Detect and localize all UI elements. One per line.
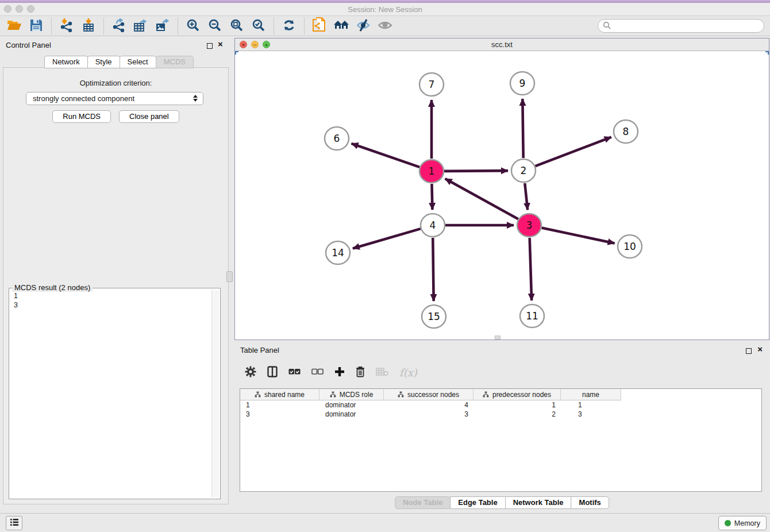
- function-builder-button[interactable]: f(x): [399, 367, 417, 379]
- save-session-button[interactable]: [25, 17, 47, 35]
- cell-name[interactable]: 1: [561, 400, 621, 410]
- float-panel-icon[interactable]: [207, 42, 213, 51]
- edge-1-6[interactable]: [352, 144, 420, 167]
- node-11[interactable]: 11: [520, 304, 544, 327]
- network-canvas[interactable]: 7968124314101511: [235, 51, 769, 340]
- node-2[interactable]: 2: [511, 159, 536, 182]
- show-columns-button[interactable]: [267, 366, 278, 379]
- delete-table-button[interactable]: [376, 367, 388, 378]
- mcds-result-list[interactable]: 1 3: [10, 290, 211, 498]
- apply-layout-button[interactable]: [278, 17, 300, 35]
- column-type-icon: [255, 391, 261, 398]
- cell-predecessor-nodes[interactable]: 2: [473, 410, 561, 419]
- tab-select[interactable]: Select: [120, 56, 156, 68]
- cell-successor-nodes[interactable]: 3: [384, 410, 473, 419]
- edge-2-9[interactable]: [522, 99, 523, 158]
- search-box[interactable]: [598, 19, 764, 33]
- edge-3-11[interactable]: [530, 238, 532, 300]
- column-header-predecessor-nodes[interactable]: predecessor nodes: [473, 389, 561, 400]
- zoom-in-button[interactable]: [182, 17, 204, 35]
- task-history-button[interactable]: [6, 516, 22, 530]
- node-8[interactable]: 8: [614, 120, 638, 143]
- zoom-out-button[interactable]: [204, 17, 226, 35]
- column-header-successor-nodes[interactable]: successor nodes: [384, 389, 473, 400]
- node-6[interactable]: 6: [325, 127, 349, 150]
- table-row[interactable]: 1 dominator 4 1 1: [240, 400, 761, 410]
- network-zoom-button[interactable]: +: [263, 41, 270, 48]
- node-9[interactable]: 9: [510, 72, 534, 95]
- network-minimize-button[interactable]: −: [251, 41, 259, 48]
- edge-1-4[interactable]: [432, 184, 432, 210]
- tab-edge-table[interactable]: Edge Table: [450, 496, 505, 509]
- panel-splitter-handle[interactable]: [226, 271, 233, 282]
- node-14[interactable]: 14: [326, 241, 350, 264]
- table-settings-button[interactable]: [245, 366, 256, 379]
- edge-4-14[interactable]: [353, 229, 421, 248]
- zoom-window-button[interactable]: [27, 5, 34, 13]
- hide-graphics-details-button[interactable]: [352, 17, 374, 35]
- open-session-button[interactable]: [3, 17, 25, 35]
- edge-3-1[interactable]: [445, 179, 518, 219]
- edge-3-10[interactable]: [542, 228, 615, 244]
- node-7[interactable]: 7: [419, 73, 444, 96]
- cell-successor-nodes[interactable]: 4: [384, 400, 473, 410]
- cell-shared-name[interactable]: 1: [240, 400, 319, 410]
- cell-shared-name[interactable]: 3: [240, 410, 319, 419]
- run-mcds-button[interactable]: Run MCDS: [52, 110, 111, 123]
- network-graph[interactable]: 7968124314101511: [235, 51, 769, 340]
- import-network-button[interactable]: [56, 17, 78, 35]
- new-network-from-selection-button[interactable]: [309, 17, 330, 35]
- cell-mcds-role[interactable]: dominator: [319, 410, 384, 419]
- table-row[interactable]: 3 dominator 3 2 3: [240, 410, 761, 419]
- edge-4-15[interactable]: [433, 238, 433, 301]
- result-scrollbar[interactable]: [211, 290, 219, 498]
- select-all-button[interactable]: [288, 368, 301, 377]
- node-10[interactable]: 10: [618, 235, 642, 258]
- cell-name[interactable]: 3: [561, 410, 621, 419]
- tab-network[interactable]: Network: [44, 56, 88, 68]
- home-button[interactable]: [330, 17, 352, 35]
- zoom-out-icon: [208, 18, 222, 34]
- tab-node-table[interactable]: Node Table: [395, 496, 451, 509]
- node-1[interactable]: 1: [419, 160, 444, 183]
- column-header-shared-name[interactable]: shared name: [240, 389, 319, 400]
- add-column-button[interactable]: [334, 367, 345, 379]
- export-table-button[interactable]: [130, 17, 152, 35]
- tab-motifs[interactable]: Motifs: [571, 496, 609, 509]
- delete-column-button[interactable]: [356, 366, 365, 379]
- float-table-panel-icon[interactable]: [746, 347, 752, 356]
- column-header-mcds-role[interactable]: MCDS role: [319, 389, 384, 400]
- edge-1-2[interactable]: [444, 171, 508, 171]
- control-panel-title: Control Panel: [6, 41, 51, 49]
- node-3[interactable]: 3: [517, 214, 541, 237]
- network-window-titlebar[interactable]: × − + scc.txt: [235, 38, 769, 51]
- search-input[interactable]: [613, 22, 757, 30]
- export-image-button[interactable]: [152, 17, 174, 35]
- show-graphics-details-button[interactable]: [374, 17, 396, 35]
- canvas-splitter-handle[interactable]: [495, 336, 500, 340]
- cell-mcds-role[interactable]: dominator: [319, 400, 384, 410]
- edge-2-3[interactable]: [525, 183, 528, 210]
- close-panel-icon[interactable]: ×: [218, 41, 223, 47]
- deselect-all-button[interactable]: [311, 368, 324, 377]
- export-network-button[interactable]: [108, 17, 130, 35]
- node-4[interactable]: 4: [421, 214, 445, 237]
- close-window-button[interactable]: [4, 5, 11, 13]
- minimize-window-button[interactable]: [16, 5, 23, 13]
- memory-button[interactable]: Memory: [718, 516, 767, 530]
- network-close-button[interactable]: ×: [240, 41, 247, 48]
- node-15[interactable]: 15: [422, 305, 446, 328]
- node-table[interactable]: shared name MCDS role successor nodes pr…: [240, 388, 762, 492]
- tab-mcds[interactable]: MCDS: [156, 56, 194, 68]
- column-header-name[interactable]: name: [561, 389, 621, 400]
- tab-style[interactable]: Style: [87, 56, 120, 68]
- tab-network-table[interactable]: Network Table: [505, 496, 572, 509]
- close-panel-button[interactable]: Close panel: [119, 110, 179, 123]
- edge-2-8[interactable]: [536, 137, 611, 167]
- criterion-dropdown[interactable]: strongly connected component: [26, 92, 203, 105]
- zoom-fit-button[interactable]: [226, 17, 248, 35]
- import-table-button[interactable]: [78, 17, 99, 35]
- close-table-panel-icon[interactable]: ×: [757, 346, 763, 352]
- cell-predecessor-nodes[interactable]: 1: [473, 400, 561, 410]
- zoom-selected-button[interactable]: [248, 17, 270, 35]
